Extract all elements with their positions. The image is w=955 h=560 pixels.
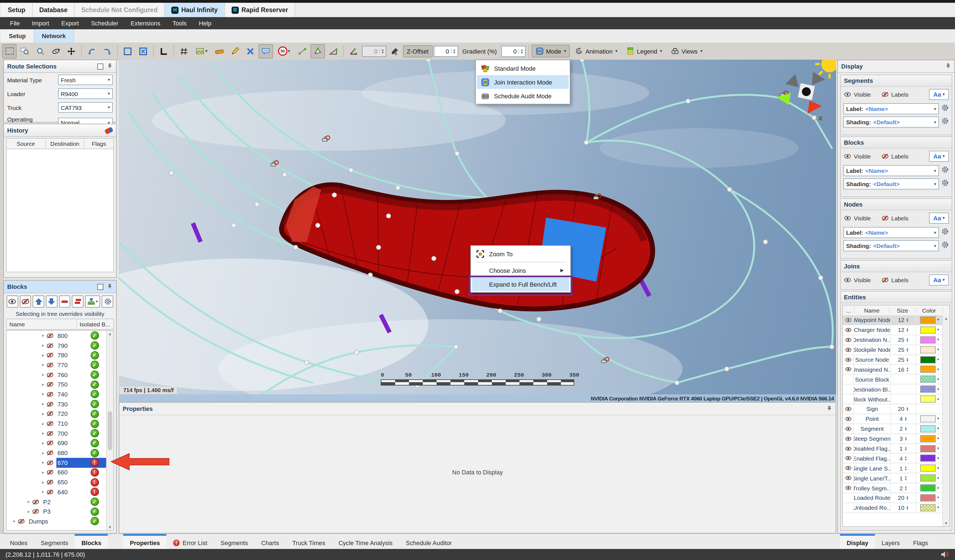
expand-arrow-icon[interactable]: ▸ [42,490,44,494]
gradient-spinner[interactable]: ▲▼ [518,48,525,53]
color-dropdown-caret[interactable]: ▾ [937,436,939,441]
blocks-label-select[interactable]: Label:<Name>▾ [843,165,939,176]
block-row-p3[interactable]: ▸P3✓ [7,507,106,516]
zoom-extents-button[interactable] [121,44,135,58]
scroll-down-icon[interactable]: ▼ [944,521,948,525]
color-swatch[interactable] [920,356,935,363]
zoom-button[interactable] [33,44,47,58]
labels-toggle[interactable]: Labels [891,277,909,283]
remove-button[interactable] [59,295,70,307]
segments-label-select[interactable]: Label:<Name>▾ [843,103,939,114]
visibility-eye-icon[interactable] [843,434,854,443]
comments-button[interactable] [258,44,273,58]
hidden-eye-icon[interactable] [46,449,54,456]
blocks-tree-scrollbar[interactable]: ▲▼ [106,331,113,530]
visibility-eye-icon[interactable] [843,474,854,483]
nodes-label-select[interactable]: Label:<Name>▾ [843,227,939,238]
tab-database[interactable]: Database [33,3,75,17]
visibility-eye-icon[interactable] [843,404,854,413]
expand-arrow-icon[interactable]: ▸ [42,441,44,446]
hidden-eye-icon[interactable] [46,401,54,407]
hidden-eye-icon[interactable] [46,371,54,378]
block-row-660[interactable]: ▸660! [7,468,106,477]
history-col-source[interactable]: Source [7,139,45,148]
gear-icon[interactable] [941,241,949,251]
color-swatch[interactable] [920,395,935,402]
color-swatch[interactable] [920,336,935,343]
visibility-eye-icon[interactable] [843,463,854,473]
expand-arrow-icon[interactable]: ▸ [42,460,44,465]
visibility-eye-icon[interactable] [843,365,854,374]
z-offset-toggle[interactable]: Z-Offset [403,45,432,57]
scroll-up-icon[interactable]: ▲ [108,332,112,336]
color-swatch[interactable] [920,474,935,482]
entity-row-source-block[interactable]: Source Block▾ [843,375,943,385]
color-swatch[interactable] [920,465,935,472]
draw-button[interactable] [228,44,242,58]
tab-segments-center[interactable]: Segments [214,534,255,549]
z-dropper-button[interactable]: z [387,44,402,58]
entity-row-stockpile-node[interactable]: Stockpile Node25▲▼▾ [843,345,943,355]
speed-limit-button[interactable]: 50▾ [274,44,294,58]
hidden-eye-icon[interactable] [17,518,25,525]
viewport-3d[interactable]: x 050100150200250300350 714 fps | 1.400 … [119,60,836,402]
block-row-740[interactable]: ▸740✓ [7,389,106,399]
entity-row-destination-n[interactable]: Destination N...25▲▼▾ [843,335,943,345]
visibility-eye-icon[interactable] [843,414,854,424]
color-swatch[interactable] [920,376,935,383]
block-row-640[interactable]: ▸640! [7,487,106,497]
visibility-eye-icon[interactable] [843,325,854,335]
entities-col-size[interactable]: Size [890,307,916,314]
size-spinner[interactable]: ▲▼ [905,476,907,480]
menu-help[interactable]: Help [193,18,217,28]
tab-cycle-time-analysis[interactable]: Cycle Time Analysis [332,534,399,549]
block-row-780[interactable]: ▸780✓ [7,350,106,360]
tab-charts[interactable]: Charts [255,534,286,549]
tab-nodes[interactable]: Nodes [3,534,34,549]
entities-col-name[interactable]: Name [855,307,890,314]
background-image-button[interactable]: ▾ [193,44,211,58]
history-col-destination[interactable]: Destination [45,139,85,148]
entity-row-waypoint-node[interactable]: Waypoint Node12▲▼▾ [843,315,943,325]
mode-dropdown-button[interactable]: Mode▾ [532,45,570,58]
menu-file[interactable]: File [5,18,25,28]
size-spinner[interactable]: ▲▼ [906,495,909,500]
size-spinner[interactable]: ▲▼ [905,416,907,421]
block-row-730[interactable]: ▸730✓ [7,399,106,409]
visibility-eye-icon[interactable] [843,424,854,434]
visibility-eye-icon[interactable] [843,355,854,364]
speaker-icon[interactable] [941,551,949,558]
hidden-eye-icon[interactable] [46,362,54,368]
size-spinner[interactable]: ▲▼ [905,426,907,431]
hidden-eye-icon[interactable] [46,420,54,427]
hidden-eye-icon[interactable] [46,332,54,339]
expand-arrow-icon[interactable]: ▸ [42,421,44,426]
size-spinner[interactable]: ▲▼ [905,436,907,441]
color-dropdown-caret[interactable]: ▾ [937,426,939,431]
tab-network-workspace[interactable]: Network [34,29,74,42]
menu-export[interactable]: Export [56,18,85,28]
gear-icon[interactable] [941,166,949,176]
visible-toggle[interactable]: Visible [854,153,871,160]
expand-arrow-icon[interactable]: ▸ [28,509,30,514]
visible-toggle[interactable]: Visible [854,277,871,283]
hidden-eye-icon[interactable] [46,469,54,476]
entity-row-destination-bl[interactable]: Destination Bl...▾ [843,384,943,394]
hidden-eye-icon[interactable] [46,440,54,446]
legend-dropdown-button[interactable]: Legend▾ [623,45,666,58]
context-menu-item-zoom-to[interactable]: Zoom To [472,247,569,261]
mode-menu-item-join-interaction[interactable]: Join Interaction Mode [477,75,569,89]
pin-icon[interactable] [106,63,113,70]
hidden-eye-icon[interactable] [46,479,54,485]
move-up-button[interactable] [33,295,44,307]
expand-arrow-icon[interactable]: ▸ [42,372,44,377]
remove-all-button[interactable] [72,295,83,307]
maximize-icon[interactable] [97,284,103,290]
size-spinner[interactable]: ▲▼ [906,505,909,510]
visibility-eye-icon[interactable] [843,345,854,354]
z-pick-input[interactable]: 0▲▼ [362,45,386,57]
visible-toggle[interactable]: Visible [854,215,871,222]
block-row-dumps[interactable]: ▸Dumps✓ [7,516,106,526]
mode-menu-item-schedule-audit[interactable]: Schedule Audit Mode [477,89,569,103]
entity-row-unassigned-n[interactable]: Unassigned N...16▲▼▾ [843,365,943,375]
